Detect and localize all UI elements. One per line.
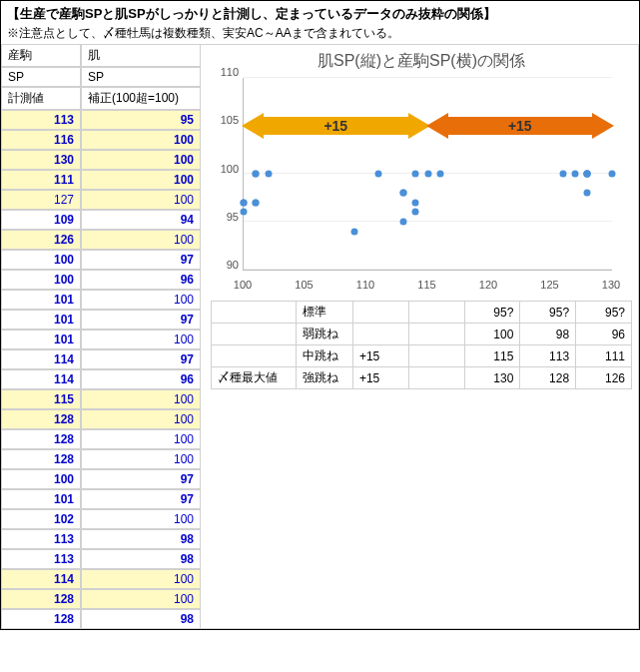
data-point (424, 171, 431, 178)
xtick: 125 (540, 279, 558, 291)
cell-b: 96 (81, 270, 201, 290)
cell-a: 113 (1, 110, 81, 130)
main-grid: 産駒 肌 肌SP(縦)と産駒SP(横)の関係 +15+15 9095100105… (1, 44, 639, 629)
cell-a: 101 (1, 489, 81, 509)
page-note: ※注意点として、〆種牡馬は複数種類、実安AC～AAまで含まれている。 (1, 25, 639, 44)
cell-a: 128 (1, 409, 81, 429)
cell-b: 98 (81, 529, 201, 549)
data-point (241, 209, 248, 216)
arrow: +15 (244, 113, 428, 139)
data-point (399, 190, 406, 197)
xtick: 115 (417, 279, 435, 291)
data-point (350, 228, 357, 235)
data-point (375, 171, 382, 178)
cell-a: 116 (1, 130, 81, 150)
cell-b: 100 (81, 449, 201, 469)
data-point (609, 171, 616, 178)
cell-b: 94 (81, 210, 201, 230)
arrow: +15 (428, 113, 613, 139)
lower-tbody: 標準95?95?95?弱跳ね1009896中跳ね+15115113111〆種最大… (212, 302, 632, 389)
table-row: 〆種最大値強跳ね+15130128126 (212, 367, 632, 389)
data-point (572, 171, 579, 178)
cell-b: 98 (81, 549, 201, 569)
scatter-plot: +15+15 909510010511010010511011512012513… (211, 78, 622, 293)
cell-a: 113 (1, 549, 81, 569)
lower-table: 標準95?95?95?弱跳ね1009896中跳ね+15115113111〆種最大… (211, 301, 632, 389)
ytick: 100 (211, 163, 239, 175)
cell-b: 100 (81, 190, 201, 210)
table-row: 中跳ね+15115113111 (212, 345, 632, 367)
xtick: 105 (295, 279, 313, 291)
cell-a: 128 (1, 609, 81, 629)
cell-b: 97 (81, 250, 201, 270)
cell-a: 128 (1, 589, 81, 609)
ytick: 105 (211, 114, 239, 126)
data-point (584, 171, 591, 178)
data-point (399, 219, 406, 226)
cell-b: 95 (81, 110, 201, 130)
xtick: 110 (356, 279, 374, 291)
cell-b: 97 (81, 349, 201, 369)
cell-b: 100 (81, 509, 201, 529)
cell-b: 100 (81, 569, 201, 589)
page-title: 【生産で産駒SPと肌SPがしっかりと計測し、定まっているデータのみ抜粋の関係】 (1, 1, 639, 25)
cell-a: 109 (1, 210, 81, 230)
data-point (265, 171, 272, 178)
chart-title: 肌SP(縦)と産駒SP(横)の関係 (211, 47, 632, 78)
data-point (253, 171, 260, 178)
chart-cell: 肌SP(縦)と産駒SP(横)の関係 +15+15 909510010511010… (201, 44, 639, 629)
cell-a: 130 (1, 150, 81, 170)
cell-a: 126 (1, 230, 81, 250)
cell-a: 102 (1, 509, 81, 529)
hdr-col1b: SP (1, 67, 81, 87)
table-row: 標準95?95?95? (212, 302, 632, 324)
hdr-col1a: 産駒 (1, 44, 81, 67)
cell-b: 96 (81, 369, 201, 389)
cell-a: 100 (1, 250, 81, 270)
cell-a: 128 (1, 449, 81, 469)
cell-b: 98 (81, 609, 201, 629)
cell-a: 113 (1, 529, 81, 549)
cell-b: 100 (81, 130, 201, 150)
cell-a: 101 (1, 290, 81, 310)
cell-a: 111 (1, 170, 81, 190)
cell-b: 97 (81, 489, 201, 509)
cell-b: 100 (81, 429, 201, 449)
cell-a: 100 (1, 469, 81, 489)
cell-b: 100 (81, 230, 201, 250)
plot-inner: +15+15 (243, 78, 612, 271)
data-point (412, 199, 419, 206)
cell-a: 100 (1, 270, 81, 290)
arrow-label: +15 (508, 118, 532, 134)
cell-b: 100 (81, 170, 201, 190)
hdr-col1c: 計測値 (1, 87, 81, 110)
data-point (412, 171, 419, 178)
cell-a: 114 (1, 369, 81, 389)
hdr-col2a: 肌 (81, 44, 201, 67)
arrow-label: +15 (323, 118, 347, 134)
cell-b: 100 (81, 330, 201, 349)
hdr-col2c: 補正(100超=100) (81, 87, 201, 110)
cell-a: 101 (1, 310, 81, 330)
data-point (412, 209, 419, 216)
hdr-col2b: SP (81, 67, 201, 87)
cell-a: 127 (1, 190, 81, 210)
cell-b: 100 (81, 150, 201, 170)
xtick: 130 (602, 279, 620, 291)
xtick: 120 (479, 279, 497, 291)
data-point (584, 190, 591, 197)
data-point (559, 171, 566, 178)
data-point (436, 171, 443, 178)
ytick: 90 (211, 259, 239, 271)
ytick: 110 (211, 66, 239, 78)
cell-b: 100 (81, 389, 201, 409)
data-point (241, 199, 248, 206)
ytick: 95 (211, 211, 239, 223)
cell-b: 100 (81, 589, 201, 609)
cell-a: 115 (1, 389, 81, 409)
xtick: 100 (234, 279, 252, 291)
cell-a: 101 (1, 330, 81, 349)
cell-b: 97 (81, 310, 201, 330)
cell-a: 128 (1, 429, 81, 449)
cell-b: 100 (81, 290, 201, 310)
